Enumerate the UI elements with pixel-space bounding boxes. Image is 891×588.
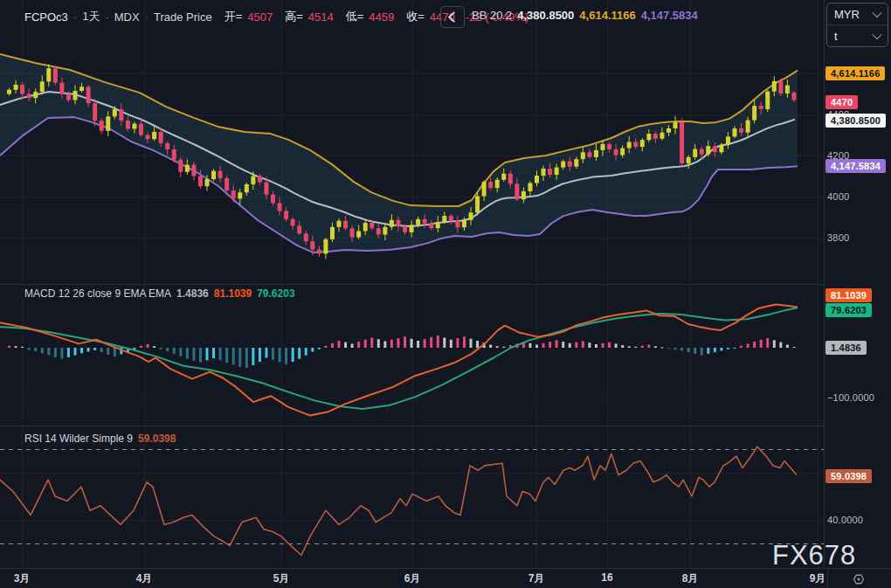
open-label: 开= [224,9,243,24]
chevron-down-icon [872,8,881,17]
fx678-watermark: FX678 [772,540,856,571]
price-badge: 1.4836 [825,341,867,355]
currency-dropdown[interactable]: MYR [827,3,888,24]
macd-legend: MACD 12 26 close 9 EMA EMA 1.4836 81.103… [24,287,295,300]
symbol-name[interactable]: FCPOc3 [24,10,68,24]
price-axis-separator [824,0,825,568]
axis-tick-label: 4000 [827,191,849,202]
rsi-label[interactable]: RSI 14 Wilder Simple 9 [24,432,133,445]
price-badge: 4,147.5834 [825,159,886,173]
axis-tick-label: 3800 [827,232,849,243]
axis-tick-label: 40.0000 [827,515,863,525]
bb-basis-value: 4,380.8500 [517,9,574,22]
chevron-left-icon [448,11,459,23]
chevron-down-icon [872,30,881,39]
pane-separator-rsi[interactable] [0,425,824,426]
separator-dot: · [73,10,77,24]
separator-dot: · [145,10,148,24]
bb-upper-value: 4,614.1166 [579,9,635,22]
pane-separator-macd[interactable] [0,284,824,285]
price-badge: 81.1039 [825,288,872,302]
price-badge: 79.6203 [825,303,872,317]
bb-lower-value: 4,147.5834 [641,9,698,22]
interval-label[interactable]: 1天 [82,9,100,24]
macd-line-value: 81.1039 [214,287,252,300]
high-value: 4514 [308,10,334,24]
time-tick-label: 7月 [528,571,545,586]
axis-tick-label: −100.0000 [827,392,874,403]
hexagon-dot-icon[interactable] [851,571,868,587]
close-label: 收= [406,9,425,24]
rsi-legend: RSI 14 Wilder Simple 9 59.0398 [24,432,176,445]
time-tick-label: 6月 [404,571,421,586]
series-type-label: Trade Price [154,10,212,24]
price-badge: 4,380.8500 [825,114,886,128]
unit-dropdown[interactable]: t [827,24,888,46]
rsi-value: 59.0398 [138,432,176,445]
time-tick-label: 3月 [14,571,31,586]
time-tick-label: 9月 [810,571,826,586]
separator-dot: · [105,10,108,24]
macd-hist-value: 1.4836 [176,287,209,300]
price-badge: 4,614.1166 [825,66,885,80]
back-button[interactable] [440,6,465,28]
trading-chart-app: FCPOc3 · 1天 · MDX · Trade Price 开=4507 高… [0,0,891,588]
time-tick-label: 16 [601,571,612,584]
unit-value: t [834,30,838,43]
low-label: 低= [346,9,364,24]
open-value: 4507 [247,10,273,24]
scale-unit-widget: MYR t [826,3,888,47]
time-tick-label: 8月 [682,571,699,586]
exchange-label: MDX [114,10,140,24]
price-badge: 59.0398 [825,469,872,483]
price-badge: 4470 [825,95,858,109]
high-label: 高= [285,9,303,24]
time-axis[interactable]: 3月4月5月6月7月168月9月 [0,569,891,588]
macd-signal-value: 79.6203 [257,287,294,300]
macd-label[interactable]: MACD 12 26 close 9 EMA EMA [24,287,171,300]
time-tick-label: 5月 [273,571,290,586]
time-tick-label: 4月 [136,571,153,586]
currency-value: MYR [834,8,860,21]
bollinger-legend: BB 20 2 4,380.8500 4,614.1166 4,147.5834 [472,9,698,22]
bb-label[interactable]: BB 20 2 [472,9,512,22]
low-value: 4459 [369,10,394,24]
